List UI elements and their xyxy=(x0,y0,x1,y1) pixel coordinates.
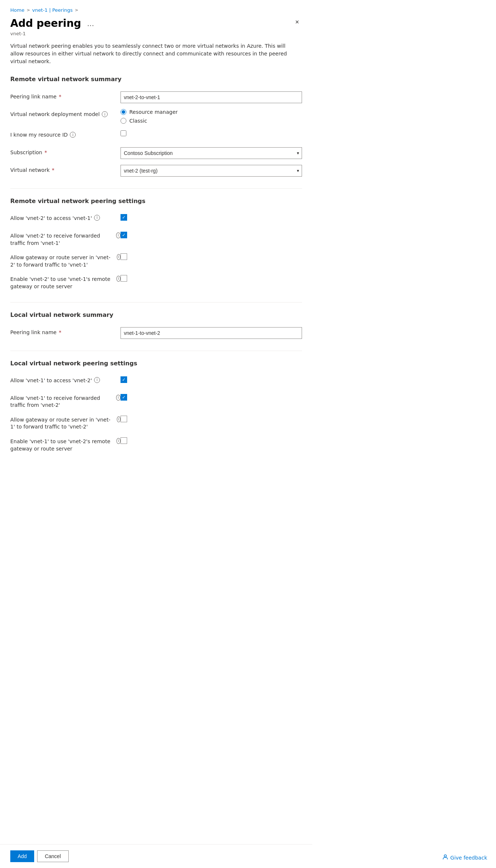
remote-peering-settings-title: Remote virtual network peering settings xyxy=(10,198,302,207)
local-allow-access-label: Allow 'vnet-1' to access 'vnet-2' i xyxy=(10,376,121,384)
remote-allow-access-label: Allow 'vnet-2' to access 'vnet-1' i xyxy=(10,213,121,222)
remote-enable-gateway-control xyxy=(121,274,302,283)
local-allow-gateway-checkbox[interactable] xyxy=(121,416,127,422)
add-button[interactable]: Add xyxy=(10,850,34,862)
local-peering-link-control xyxy=(121,327,302,339)
remote-allow-gateway-info-icon[interactable]: i xyxy=(117,254,121,260)
page-subtitle: vnet-1 xyxy=(10,31,302,36)
required-star: * xyxy=(59,94,61,100)
local-allow-gateway-control xyxy=(121,415,302,423)
subscription-control: Contoso Subscription ▾ xyxy=(121,147,302,159)
cancel-button[interactable]: Cancel xyxy=(37,850,69,862)
remote-summary-section: Remote virtual network summary Peering l… xyxy=(10,76,302,177)
remote-enable-gateway-checkbox[interactable] xyxy=(121,275,127,282)
local-allow-access-checkbox[interactable] xyxy=(121,376,127,383)
remote-allow-access-row: Allow 'vnet-2' to access 'vnet-1' i xyxy=(10,213,302,225)
divider-2 xyxy=(10,302,302,303)
local-allow-forwarded-row: Allow 'vnet-1' to receive forwarded traf… xyxy=(10,393,302,409)
remote-allow-gateway-checkbox[interactable] xyxy=(121,253,127,260)
remote-peering-link-row: Peering link name * xyxy=(10,91,302,103)
local-summary-section: Local virtual network summary Peering li… xyxy=(10,311,302,339)
subscription-select[interactable]: Contoso Subscription xyxy=(121,147,302,159)
remote-allow-gateway-control xyxy=(121,253,302,261)
remote-allow-forwarded-label: Allow 'vnet-2' to receive forwarded traf… xyxy=(10,231,121,247)
local-allow-gateway-label: Allow gateway or route server in 'vnet-1… xyxy=(10,415,121,431)
page-header: Add peering ... × xyxy=(10,17,302,29)
remote-peering-link-input[interactable] xyxy=(121,91,302,103)
deployment-model-label: Virtual network deployment model i xyxy=(10,109,121,117)
breadcrumb-sep1: > xyxy=(26,8,30,12)
virtual-network-control: vnet-2 (test-rg) ▾ xyxy=(121,165,302,177)
local-allow-forwarded-label: Allow 'vnet-1' to receive forwarded traf… xyxy=(10,393,121,409)
subscription-label: Subscription * xyxy=(10,147,121,155)
local-enable-gateway-info-icon[interactable]: i xyxy=(116,438,121,444)
deployment-model-info-icon[interactable]: i xyxy=(102,111,108,117)
local-allow-access-control xyxy=(121,376,302,383)
remote-enable-gateway-row: Enable 'vnet-2' to use 'vnet-1's remote … xyxy=(10,274,302,290)
resource-id-label: I know my resource ID i xyxy=(10,130,121,138)
virtual-network-label: Virtual network * xyxy=(10,165,121,173)
remote-allow-access-checkbox[interactable] xyxy=(121,214,127,221)
virtual-network-select[interactable]: vnet-2 (test-rg) xyxy=(121,165,302,177)
local-enable-gateway-control xyxy=(121,437,302,445)
breadcrumb: Home > vnet-1 | Peerings > xyxy=(10,7,302,13)
more-options-icon[interactable]: ... xyxy=(85,18,96,29)
local-allow-gateway-row: Allow gateway or route server in 'vnet-1… xyxy=(10,415,302,431)
resource-id-control xyxy=(121,130,302,137)
page-title: Add peering xyxy=(10,17,81,29)
local-summary-title: Local virtual network summary xyxy=(10,311,302,321)
local-peering-link-label: Peering link name * xyxy=(10,327,121,335)
deployment-model-row: Virtual network deployment model i Resou… xyxy=(10,109,302,124)
classic-label: Classic xyxy=(129,118,147,124)
local-allow-forwarded-control xyxy=(121,393,302,401)
local-allow-forwarded-checkbox[interactable] xyxy=(121,394,127,401)
subscription-select-wrapper: Contoso Subscription ▾ xyxy=(121,147,302,159)
local-peering-settings-section: Local virtual network peering settings A… xyxy=(10,360,302,453)
local-peering-settings-title: Local virtual network peering settings xyxy=(10,360,302,370)
remote-allow-access-info-icon[interactable]: i xyxy=(94,215,100,221)
remote-allow-forwarded-control xyxy=(121,231,302,238)
remote-allow-access-control xyxy=(121,213,302,221)
local-allow-access-info-icon[interactable]: i xyxy=(94,377,100,383)
local-enable-gateway-label: Enable 'vnet-1' to use 'vnet-2's remote … xyxy=(10,437,121,452)
remote-enable-gateway-info-icon[interactable]: i xyxy=(116,276,121,282)
resource-id-info-icon[interactable]: i xyxy=(70,132,76,138)
remote-peering-link-label: Peering link name * xyxy=(10,91,121,100)
remote-allow-gateway-row: Allow gateway or route server in 'vnet-2… xyxy=(10,253,302,268)
breadcrumb-vnet-peerings[interactable]: vnet-1 | Peerings xyxy=(32,7,73,13)
deployment-model-control: Resource manager Classic xyxy=(121,109,302,124)
local-enable-gateway-row: Enable 'vnet-1' to use 'vnet-2's remote … xyxy=(10,437,302,452)
remote-allow-forwarded-row: Allow 'vnet-2' to receive forwarded traf… xyxy=(10,231,302,247)
divider-1 xyxy=(10,188,302,189)
resource-id-row: I know my resource ID i xyxy=(10,130,302,141)
local-allow-forwarded-info-icon[interactable]: i xyxy=(116,395,121,401)
classic-radio[interactable] xyxy=(121,118,126,124)
remote-enable-gateway-label: Enable 'vnet-2' to use 'vnet-1's remote … xyxy=(10,274,121,290)
local-required-star: * xyxy=(59,329,61,335)
resource-manager-radio[interactable] xyxy=(121,109,126,115)
remote-allow-forwarded-checkbox[interactable] xyxy=(121,232,127,238)
footer: Add Cancel xyxy=(0,844,312,868)
remote-summary-title: Remote virtual network summary xyxy=(10,76,302,86)
virtual-network-row: Virtual network * vnet-2 (test-rg) ▾ xyxy=(10,165,302,177)
classic-option[interactable]: Classic xyxy=(121,118,302,124)
resource-manager-option[interactable]: Resource manager xyxy=(121,109,302,115)
local-enable-gateway-checkbox[interactable] xyxy=(121,437,127,444)
remote-peering-settings-section: Remote virtual network peering settings … xyxy=(10,198,302,290)
remote-allow-forwarded-info-icon[interactable]: i xyxy=(116,232,121,238)
local-peering-link-input[interactable] xyxy=(121,327,302,339)
subscription-required-star: * xyxy=(44,149,47,155)
resource-manager-label: Resource manager xyxy=(129,109,178,115)
remote-peering-link-control xyxy=(121,91,302,103)
subscription-row: Subscription * Contoso Subscription ▾ xyxy=(10,147,302,159)
resource-id-checkbox[interactable] xyxy=(121,130,126,136)
local-allow-access-row: Allow 'vnet-1' to access 'vnet-2' i xyxy=(10,376,302,387)
virtual-network-select-wrapper: vnet-2 (test-rg) ▾ xyxy=(121,165,302,177)
breadcrumb-home[interactable]: Home xyxy=(10,7,24,13)
divider-3 xyxy=(10,351,302,351)
virtual-network-required-star: * xyxy=(52,167,54,173)
local-allow-gateway-info-icon[interactable]: i xyxy=(117,416,121,422)
local-peering-link-row: Peering link name * xyxy=(10,327,302,339)
remote-allow-gateway-label: Allow gateway or route server in 'vnet-2… xyxy=(10,253,121,268)
close-button[interactable]: × xyxy=(292,17,302,27)
